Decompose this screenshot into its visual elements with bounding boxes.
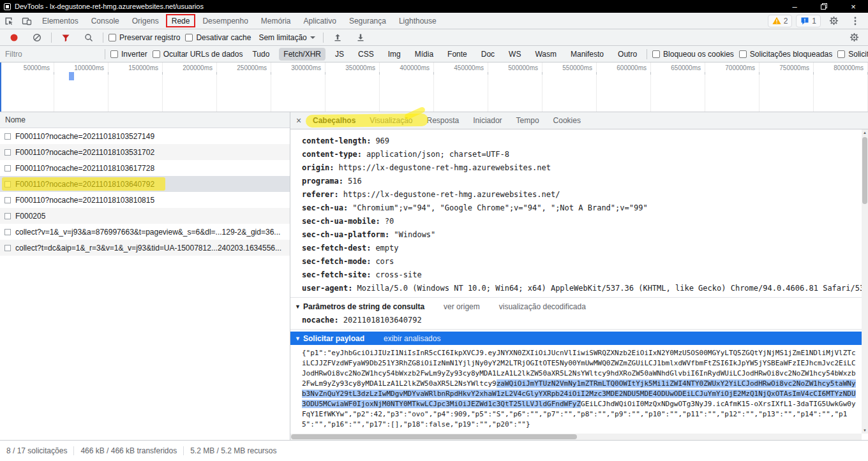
checkbox-box <box>153 50 160 58</box>
clear-icon[interactable] <box>28 33 46 42</box>
issues-icon <box>800 17 809 26</box>
kebab-menu-icon[interactable] <box>846 17 864 26</box>
header-line: origin:https://lx-degustone-ret-hmg.azur… <box>290 161 862 175</box>
divider <box>183 446 184 455</box>
devtools-app-icon <box>4 3 11 10</box>
payload-line: JodHRwOi8vc2NoZW1hcy54bWxzb2FwLm9yZy93cy… <box>302 369 859 379</box>
filter-type-tudo[interactable]: Tudo <box>248 48 274 61</box>
tab-cabecalhos[interactable]: Cabeçalhos <box>306 112 363 129</box>
filter-type-fonte[interactable]: Fonte <box>443 48 472 61</box>
timeline-tick: 100000ms <box>54 62 108 112</box>
throttling-select[interactable]: Sem limitação <box>256 32 317 43</box>
request-row-selected[interactable]: F000110?nocache=20211018103640792 <box>0 176 290 192</box>
column-header-name[interactable]: Nome <box>0 112 290 128</box>
scrollbar-thumb[interactable] <box>862 137 867 204</box>
timeline-tick: 150000ms <box>108 62 163 112</box>
header-line: user-agent:Mozilla/5.0 (Windows NT 10.0;… <box>290 282 862 295</box>
view-source-link[interactable]: ver origem <box>444 302 480 311</box>
scrollbar-thumb[interactable] <box>291 434 577 439</box>
request-row[interactable]: F000110?nocache=20211018103617728 <box>0 160 290 176</box>
settings-gear-icon[interactable] <box>825 16 842 26</box>
restore-button[interactable] <box>809 0 839 13</box>
horizontal-scrollbar[interactable] <box>290 434 862 440</box>
export-har-icon[interactable] <box>352 33 370 42</box>
filter-type-js[interactable]: JS <box>331 48 348 61</box>
import-har-icon[interactable] <box>329 33 347 42</box>
filter-type-css[interactable]: CSS <box>354 48 378 61</box>
divider <box>51 33 52 43</box>
blocked-cookies-checkbox[interactable]: Bloqueou os cookies <box>652 50 734 59</box>
tab-resposta[interactable]: Resposta <box>420 112 467 129</box>
tab-desempenho[interactable]: Desempenho <box>196 13 254 29</box>
tab-lighthouse[interactable]: Lighthouse <box>393 13 443 29</box>
tab-console[interactable]: Console <box>85 13 126 29</box>
scroll-down-icon[interactable]: ▼ <box>862 427 868 434</box>
preserve-log-checkbox[interactable]: Preservar registro <box>108 33 180 42</box>
warnings-badge[interactable]: 2 <box>768 15 793 27</box>
tab-memoria[interactable]: Memória <box>255 13 297 29</box>
filter-funnel-icon[interactable] <box>57 33 75 42</box>
tab-aplicativo[interactable]: Aplicativo <box>297 13 343 29</box>
tab-bar-right: 2 1 <box>768 13 868 29</box>
resource-icon <box>4 229 11 235</box>
view-decoded-link[interactable]: visualização decodificada <box>499 302 586 311</box>
view-parsed-link[interactable]: exibir analisados <box>384 334 440 343</box>
resource-icon <box>4 133 11 140</box>
divider <box>73 446 74 455</box>
request-row[interactable]: F000205 <box>0 208 290 224</box>
hide-data-urls-checkbox[interactable]: Ocultar URLs de dados <box>153 50 243 59</box>
timeline-tick: 700000ms <box>705 62 760 112</box>
request-row[interactable]: F000110?nocache=20211018103531702 <box>0 144 290 160</box>
request-row[interactable]: F000110?nocache=20211018103810815 <box>0 192 290 208</box>
request-row[interactable]: collect?v=1&_v=j93&a=876997663&t=pagevie… <box>0 224 290 240</box>
timeline-tick: 600000ms <box>597 62 651 112</box>
tab-seguranca[interactable]: Segurança <box>343 13 393 29</box>
timeline-tick: 650000ms <box>651 62 705 112</box>
filter-type-img[interactable]: Img <box>384 48 405 61</box>
section-divider <box>290 297 862 298</box>
device-toolbar-icon[interactable] <box>18 13 36 29</box>
request-row[interactable]: collect?t=dc&aip=1&_r=3&v=1&_v=j93&tid=U… <box>0 240 290 256</box>
payload-line: iLCJJZFVzdWFyaW9Db251Y3RhZG8iOiIzNmN1Yjl… <box>302 358 859 369</box>
network-filter-bar: Inverter Ocultar URLs de dados Tudo Fetc… <box>0 46 868 62</box>
request-payload-section-header[interactable]: ▼ Solicitar payload exibir analisados <box>290 332 862 345</box>
close-button[interactable]: × <box>839 0 868 13</box>
issues-badge[interactable]: 1 <box>796 15 821 27</box>
filter-type-doc[interactable]: Doc <box>477 48 499 61</box>
search-icon[interactable] <box>80 33 98 42</box>
filter-type-outro[interactable]: Outro <box>613 48 641 61</box>
filter-input[interactable] <box>5 48 100 60</box>
tab-iniciador[interactable]: Iniciador <box>466 112 509 129</box>
request-row[interactable]: F000110?nocache=20211018103527149 <box>0 128 290 144</box>
invert-checkbox[interactable]: Inverter <box>110 50 147 59</box>
request-details-panel: × Cabeçalhos Visualização Resposta Inici… <box>290 112 868 440</box>
filter-type-midia[interactable]: Mídia <box>410 48 438 61</box>
tab-tempo[interactable]: Tempo <box>509 112 546 129</box>
payload-line: 3ODU5MCwiaWF0IjoxNjM0NTY0MTkwLCJpc3MiOiJ… <box>302 399 859 409</box>
third-party-requests-checkbox[interactable]: Solicitações de terceiros <box>837 50 868 59</box>
close-details-icon[interactable]: × <box>292 112 306 129</box>
tab-rede[interactable]: Rede <box>165 13 197 29</box>
vertical-scrollbar[interactable]: ▲ ▼ <box>862 129 868 434</box>
timeline-tick: 450000ms <box>434 62 488 112</box>
tab-cookies[interactable]: Cookies <box>546 112 588 129</box>
network-overview-timeline[interactable]: 50000ms 100000ms 150000ms 200000ms 25000… <box>0 62 868 112</box>
timeline-load-event-line <box>0 62 1 112</box>
inspect-element-icon[interactable] <box>0 13 18 29</box>
filter-type-ws[interactable]: WS <box>504 48 525 61</box>
scroll-up-icon[interactable]: ▲ <box>862 129 868 136</box>
tab-origens[interactable]: Origens <box>126 13 165 29</box>
blocked-requests-checkbox[interactable]: Solicitações bloqueadas <box>739 50 832 59</box>
filter-type-manifesto[interactable]: Manifesto <box>566 48 608 61</box>
query-string-section-header[interactable]: ▼ Parâmetros de string de consulta ver o… <box>290 300 862 314</box>
minimize-button[interactable]: – <box>780 0 809 13</box>
filter-type-fetch-xhr[interactable]: Fetch/XHR <box>279 48 326 61</box>
tab-visualizacao[interactable]: Visualização <box>363 112 419 129</box>
record-icon[interactable] <box>5 33 23 42</box>
timeline-tick: 550000ms <box>542 62 597 112</box>
disable-cache-checkbox[interactable]: Desativar cache <box>185 33 251 42</box>
tab-elementos[interactable]: Elementos <box>36 13 85 29</box>
network-settings-gear-icon[interactable] <box>845 33 863 42</box>
devtools-tab-bar: Elementos Console Origens Rede Desempenh… <box>0 13 868 29</box>
filter-type-wasm[interactable]: Wasm <box>530 48 561 61</box>
